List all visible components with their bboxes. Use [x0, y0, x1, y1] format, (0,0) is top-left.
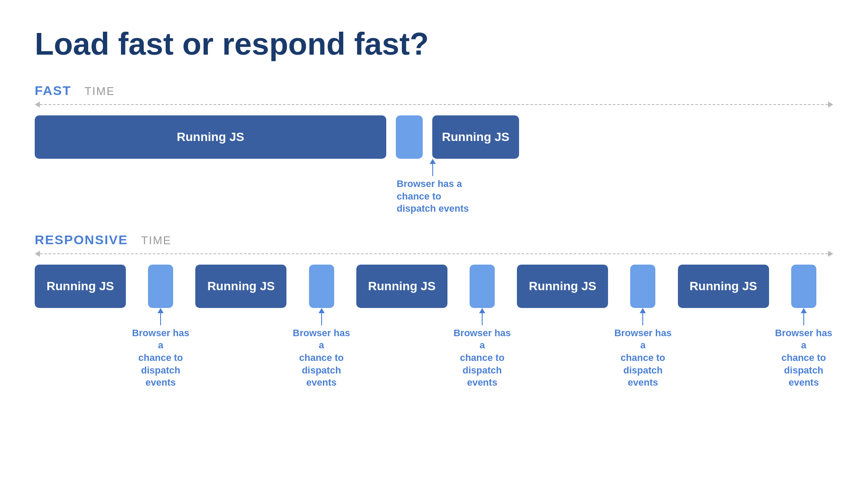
resp-group-4: Running JS [517, 265, 608, 308]
resp-arrow-up-3-icon [479, 308, 485, 313]
resp-gap-3 [470, 265, 495, 308]
resp-gap-group-2: Browser has a chance to dispatch events [292, 265, 351, 389]
fast-timeline [35, 102, 833, 108]
fast-annotation-spacer [35, 159, 397, 215]
resp-annotation-text-4: Browser has a chance to dispatch events [613, 327, 672, 389]
resp-group-1: Running JS [35, 265, 126, 308]
resp-arrow-up-2-icon [319, 308, 325, 313]
fast-gap-block [396, 115, 423, 159]
resp-group-5: Running JS [678, 265, 769, 308]
resp-gap-5 [791, 265, 816, 308]
responsive-section-header: RESPONSIVE TIME [35, 233, 833, 247]
resp-arrow-line-5 [803, 313, 804, 325]
fast-blocks-row: Running JS Running JS [35, 115, 519, 159]
fast-arrow-left-icon [35, 102, 40, 108]
fast-blocks-container: Running JS Running JS Browser has a chan… [35, 115, 519, 215]
resp-annotation-text-1: Browser has a chance to dispatch events [131, 327, 190, 389]
resp-arrow-up-5-icon [801, 308, 807, 313]
resp-js-3: Running JS [356, 265, 447, 308]
resp-arrow-line-4 [642, 313, 643, 325]
fast-running-js2-block: Running JS [432, 115, 519, 159]
resp-js-2: Running JS [195, 265, 286, 308]
responsive-timeline-line [40, 253, 828, 254]
fast-arrow-right-icon [828, 102, 833, 108]
responsive-label: RESPONSIVE [35, 233, 128, 247]
resp-js-1: Running JS [35, 265, 126, 308]
fast-annotation-group: Browser has a chance to dispatch events [397, 159, 469, 215]
resp-annotation-3: Browser has a chance to dispatch events [453, 308, 512, 389]
resp-annotation-text-5: Browser has a chance to dispatch events [774, 327, 833, 389]
resp-js-5: Running JS [678, 265, 769, 308]
fast-running-js-block: Running JS [35, 115, 386, 159]
fast-annotation-text: Browser has a chance to dispatch events [397, 178, 469, 215]
fast-label: FAST [35, 83, 72, 98]
resp-gap-2 [309, 265, 334, 308]
responsive-timeline [35, 251, 833, 257]
resp-arrow-up-4-icon [640, 308, 646, 313]
resp-arrow-line-2 [321, 313, 322, 325]
resp-annotation-2: Browser has a chance to dispatch events [292, 308, 351, 389]
responsive-section: RESPONSIVE TIME Running JS Browser has a… [35, 233, 833, 389]
resp-gap-group-3: Browser has a chance to dispatch events [453, 265, 512, 389]
resp-js-4: Running JS [517, 265, 608, 308]
resp-annotation-1: Browser has a chance to dispatch events [131, 308, 190, 389]
fast-section-header: FAST TIME [35, 83, 833, 98]
fast-annotation-arrow-line [432, 164, 433, 176]
fast-time-label: TIME [85, 85, 115, 98]
slide-title: Load fast or respond fast? [35, 26, 833, 62]
resp-gap-group-5: Browser has a chance to dispatch events [774, 265, 833, 389]
resp-arrow-up-1-icon [158, 308, 164, 313]
fast-annotation-arrow-up-icon [430, 159, 436, 164]
resp-annotation-text-3: Browser has a chance to dispatch events [453, 327, 512, 389]
resp-group-3: Running JS [356, 265, 447, 308]
fast-section: FAST TIME Running JS Running JS [35, 83, 833, 215]
responsive-arrow-right-icon [828, 251, 833, 257]
resp-annotation-text-2: Browser has a chance to dispatch events [292, 327, 351, 389]
resp-gap-1 [148, 265, 173, 308]
resp-arrow-line-1 [160, 313, 161, 325]
slide: Load fast or respond fast? FAST TIME Run… [0, 0, 868, 488]
responsive-arrow-left-icon [35, 251, 40, 257]
fast-timeline-line [40, 104, 828, 105]
resp-annotation-4: Browser has a chance to dispatch events [613, 308, 672, 389]
responsive-time-label: TIME [141, 234, 171, 247]
resp-gap-group-4: Browser has a chance to dispatch events [613, 265, 672, 389]
resp-group-2: Running JS [195, 265, 286, 308]
resp-gap-group-1: Browser has a chance to dispatch events [131, 265, 190, 389]
fast-annotation-area: Browser has a chance to dispatch events [35, 159, 519, 215]
responsive-blocks-row: Running JS Browser has a chance to dispa… [35, 265, 833, 389]
resp-arrow-line-3 [482, 313, 483, 325]
resp-annotation-5: Browser has a chance to dispatch events [774, 308, 833, 389]
fast-annotation-arrow [430, 159, 436, 176]
resp-gap-4 [630, 265, 655, 308]
